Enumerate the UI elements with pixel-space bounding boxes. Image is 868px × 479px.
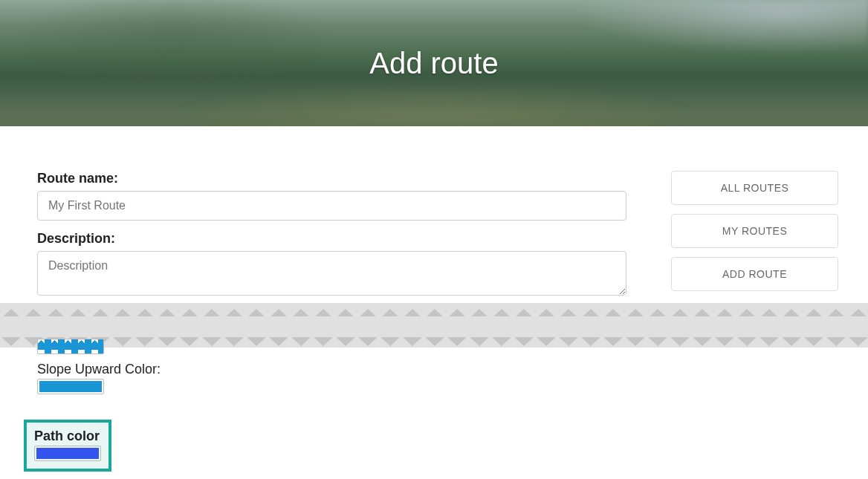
- page-title: Add route: [369, 47, 498, 80]
- route-name-input[interactable]: [37, 191, 626, 221]
- description-label: Description:: [37, 231, 626, 247]
- description-textarea[interactable]: [37, 251, 626, 296]
- my-routes-button[interactable]: MY ROUTES: [671, 214, 838, 248]
- slope-upward-color-label: Slope Upward Color:: [37, 362, 161, 377]
- slope-upward-color-swatch[interactable]: [37, 379, 104, 394]
- hero-banner: Add route: [0, 0, 868, 126]
- all-routes-button[interactable]: ALL ROUTES: [671, 171, 838, 205]
- path-color-swatch[interactable]: [34, 446, 101, 461]
- maps-legend-title: Maps Legend: [671, 322, 838, 342]
- content-area: Route name: Description: ALL ROUTES MY R…: [0, 126, 868, 342]
- path-color-highlight: Path color: [24, 420, 111, 472]
- path-color-label: Path color: [34, 429, 101, 444]
- slope-zigzag-swatch[interactable]: [37, 339, 104, 354]
- form-area: Route name: Description:: [37, 171, 626, 342]
- sidebar: ALL ROUTES MY ROUTES ADD ROUTE Maps Lege…: [671, 171, 838, 342]
- path-color-inner: [36, 448, 99, 459]
- slope-upward-color-inner: [39, 381, 102, 392]
- color-section: Slope Upward Color: Path color: [37, 339, 161, 472]
- route-name-label: Route name:: [37, 171, 626, 186]
- add-route-button[interactable]: ADD ROUTE: [671, 257, 838, 291]
